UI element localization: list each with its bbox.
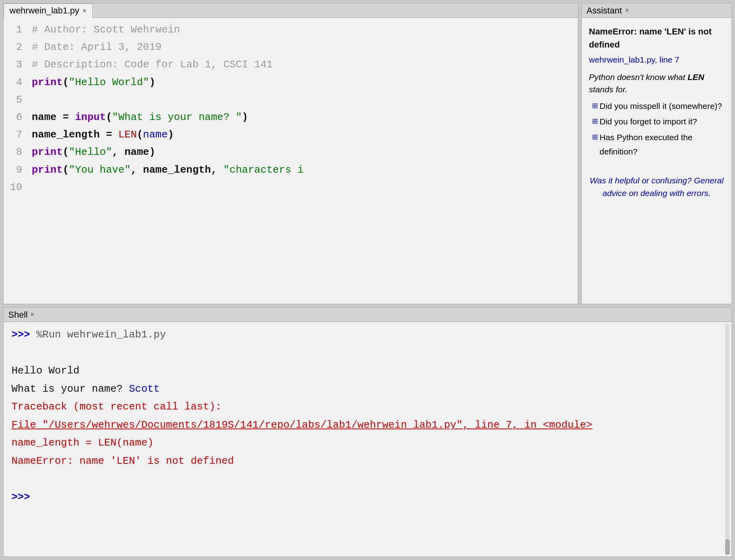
code-token: # Author: Scott Wehrwein (32, 24, 180, 36)
code-token: print (32, 146, 63, 158)
expand-icon[interactable]: ⊞ (592, 100, 598, 112)
assistant-tab-bar: Assistant × (582, 4, 731, 18)
code-token: , name) (112, 146, 155, 158)
suggestion-text: Did you forget to import it? (600, 114, 697, 129)
editor-tab[interactable]: wehrwein_lab1.py × (4, 4, 93, 18)
code-token: ) (149, 76, 156, 88)
code-token: "What is your name? " (112, 111, 242, 123)
assistant-suggestion-item[interactable]: ⊞Did you forget to import it? (592, 114, 724, 129)
suggestion-text: Has Python executed the definition? (600, 130, 724, 158)
assistant-tab-label: Assistant (586, 6, 622, 16)
code-token: ( (106, 111, 112, 123)
assistant-helpful-link[interactable]: Was it helpful or confusing? General adv… (589, 174, 724, 199)
shell-line: name_length = LEN(name) (11, 434, 724, 452)
shell-line: File "/Users/wehrwes/Documents/1819S/141… (11, 416, 724, 434)
shell-text-part: Scott (129, 383, 160, 395)
assistant-tab-close[interactable]: × (625, 6, 629, 15)
line-number: 7 (10, 126, 22, 143)
code-token: name (32, 111, 56, 123)
assistant-suggestion-item[interactable]: ⊞Did you misspell it (somewhere)? (592, 99, 724, 113)
assistant-content: NameError: name 'LEN' is not defined weh… (582, 18, 731, 206)
code-token: ( (63, 164, 69, 176)
assistant-description: Python doesn't know what LEN stands for. (589, 71, 724, 96)
code-line: # Author: Scott Wehrwein (32, 21, 578, 38)
assistant-error-link[interactable]: wehrwein_lab1.py, line 7 (589, 55, 679, 64)
code-line: print("You have", name_length, "characte… (32, 161, 578, 179)
shell-prompt: >>> (11, 491, 30, 503)
assistant-suggestion-item[interactable]: ⊞Has Python executed the definition? (592, 130, 724, 158)
code-token: ( (137, 129, 143, 141)
code-token: # Date: April 3, 2019 (32, 41, 162, 53)
assistant-tab[interactable]: Assistant × (586, 6, 629, 16)
code-token: input (75, 111, 106, 123)
shell-line: Hello World (11, 362, 724, 380)
code-token: "characters i (223, 164, 304, 176)
code-token: print (32, 164, 63, 176)
scrollbar-track[interactable] (725, 324, 730, 555)
code-token: name_length (32, 129, 100, 141)
code-token: name (143, 129, 168, 141)
code-token: LEN (118, 129, 137, 141)
line-number: 4 (10, 74, 22, 91)
shell-text-part: What is your name? (11, 383, 129, 395)
shell-line: >>> %Run wehrwein_lab1.py (11, 326, 724, 344)
shell-line: Traceback (most recent call last): (11, 398, 724, 416)
line-number: 9 (10, 161, 22, 179)
assistant-error-title: NameError: name 'LEN' is not defined (589, 25, 724, 51)
editor-tab-label: wehrwein_lab1.py (10, 6, 79, 16)
code-line: print("Hello World") (32, 74, 578, 91)
code-token: "Hello World" (69, 76, 149, 88)
line-number: 2 (10, 38, 22, 56)
assistant-suggestions-list: ⊞Did you misspell it (somewhere)?⊞Did yo… (592, 99, 724, 159)
line-number: 1 (10, 21, 22, 38)
line-number: 8 (10, 143, 22, 161)
code-line (32, 91, 578, 109)
shell-tab[interactable]: Shell × (8, 310, 34, 320)
line-number: 3 (10, 56, 22, 73)
code-token: # Description: Code for Lab 1, CSCI 141 (32, 59, 273, 70)
suggestion-text: Did you misspell it (somewhere)? (600, 99, 722, 113)
shell-line: What is your name? Scott (11, 380, 724, 398)
editor-tab-bar: wehrwein_lab1.py × (4, 4, 578, 18)
shell-command: %Run wehrwein_lab1.py (36, 329, 166, 341)
shell-content[interactable]: >>> %Run wehrwein_lab1.py Hello WorldWha… (4, 322, 731, 556)
editor-panel: wehrwein_lab1.py × 12345678910 # Author:… (3, 3, 578, 304)
code-line (32, 179, 578, 196)
code-token: "You have" (69, 164, 131, 176)
code-token: = (57, 111, 75, 123)
code-line: # Date: April 3, 2019 (32, 38, 578, 56)
code-token: ( (63, 146, 69, 158)
shell-tab-bar: Shell × (4, 308, 731, 322)
line-number: 10 (10, 179, 22, 196)
scrollbar-thumb[interactable] (725, 539, 730, 555)
shell-line (11, 344, 724, 362)
code-token: ( (63, 76, 69, 88)
code-token: "Hello" (69, 146, 112, 158)
code-line: print("Hello", name) (32, 143, 578, 161)
shell-prompt: >>> (11, 329, 36, 341)
line-numbers: 12345678910 (4, 21, 29, 301)
code-token: print (32, 76, 63, 88)
code-token: = (100, 129, 118, 141)
code-token: ) (242, 111, 248, 123)
assistant-panel: Assistant × NameError: name 'LEN' is not… (581, 3, 732, 304)
expand-icon[interactable]: ⊞ (592, 115, 598, 128)
line-number: 5 (10, 91, 22, 109)
editor-tab-close[interactable]: × (82, 7, 87, 15)
code-line: # Description: Code for Lab 1, CSCI 141 (32, 56, 578, 73)
shell-tab-close[interactable]: × (30, 310, 34, 319)
code-area: 12345678910 # Author: Scott Wehrwein# Da… (4, 18, 578, 304)
shell-tab-label: Shell (8, 310, 28, 320)
shell-line (11, 470, 724, 488)
line-number: 6 (10, 109, 22, 126)
expand-icon[interactable]: ⊞ (592, 131, 598, 143)
code-token: , name_length, (131, 164, 223, 176)
code-token: ) (168, 129, 174, 141)
shell-line: NameError: name 'LEN' is not defined (11, 452, 724, 470)
code-line: name_length = LEN(name) (32, 126, 578, 143)
code-content[interactable]: # Author: Scott Wehrwein# Date: April 3,… (29, 21, 578, 301)
code-line: name = input("What is your name? ") (32, 109, 578, 126)
shell-panel: Shell × >>> %Run wehrwein_lab1.py Hello … (3, 307, 732, 557)
shell-line: >>> (11, 488, 724, 507)
